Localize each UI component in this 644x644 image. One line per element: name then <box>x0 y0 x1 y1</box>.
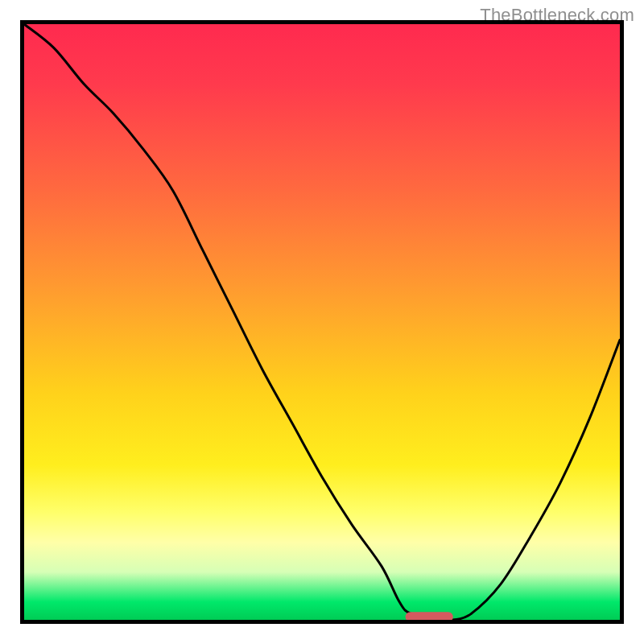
curve-line <box>24 24 620 621</box>
plot-area <box>20 20 624 624</box>
canvas: TheBottleneck.com <box>0 0 644 644</box>
chart-svg <box>20 20 624 624</box>
series-bottleneck-curve <box>24 24 620 621</box>
optimum-marker <box>406 612 453 621</box>
